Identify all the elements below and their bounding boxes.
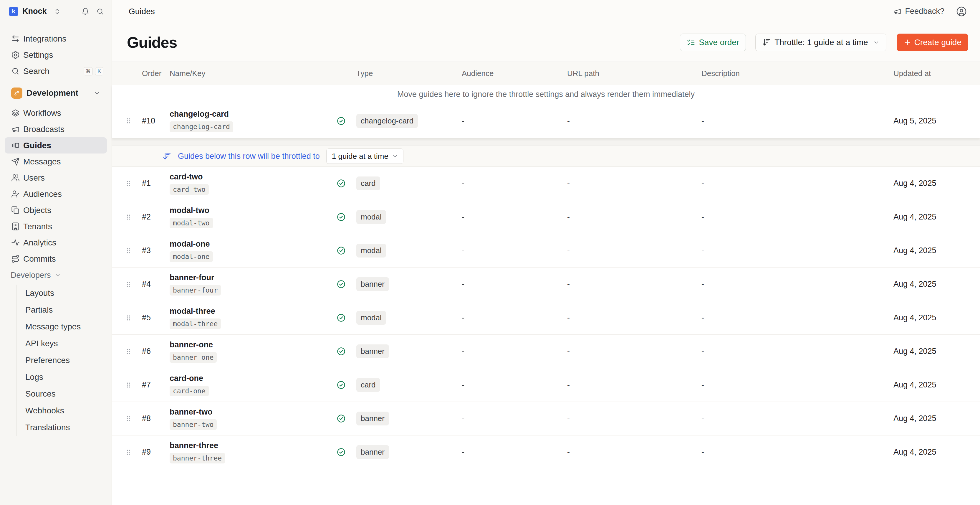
sort-descending-icon	[162, 152, 171, 161]
sidebar-item[interactable]: Tenants	[5, 218, 107, 234]
developers-sub-item[interactable]: Partials	[16, 301, 111, 318]
search-icon[interactable]	[96, 8, 104, 15]
sidebar-item[interactable]: Objects	[5, 202, 107, 218]
drag-handle[interactable]	[121, 117, 136, 124]
developers-sub-item[interactable]: Logs	[16, 369, 111, 386]
guide-status-cell	[332, 448, 350, 457]
developers-sub-item[interactable]: Message types	[16, 318, 111, 335]
drag-handle[interactable]	[121, 314, 136, 322]
guide-status-cell	[332, 313, 350, 322]
drag-handle[interactable]	[121, 180, 136, 187]
guide-type-cell: banner	[350, 277, 451, 291]
workspace-header: k Knock	[0, 0, 111, 23]
check-circle-icon	[337, 116, 346, 126]
developers-sub-item[interactable]: Translations	[16, 419, 111, 436]
guide-row[interactable]: #2 modal-two modal-two modal - - - Aug 4…	[112, 200, 980, 234]
developers-section-toggle[interactable]: Developers	[0, 267, 111, 284]
guide-audience: -	[451, 246, 557, 255]
column-order: Order	[136, 69, 167, 78]
environment-name: Development	[27, 88, 78, 98]
drag-handle[interactable]	[121, 449, 136, 456]
drag-handle[interactable]	[121, 281, 136, 288]
sidebar-item[interactable]: Guides	[5, 137, 107, 153]
guide-row[interactable]: #10 changelog-card changelog-card change…	[112, 104, 980, 138]
drag-handle[interactable]	[121, 348, 136, 355]
save-order-button[interactable]: Save order	[680, 33, 746, 51]
guide-row[interactable]: #5 modal-three modal-three modal - - - A…	[112, 301, 980, 335]
guide-name: banner-two	[170, 408, 332, 417]
feedback-button[interactable]: Feedback?	[893, 7, 944, 16]
sidebar-item-search[interactable]: Search ⌘ K	[5, 63, 107, 79]
workspace-switcher-icon[interactable]	[54, 8, 60, 15]
sidebar-item[interactable]: Analytics	[5, 234, 107, 251]
throttle-select[interactable]: 1 guide at a time	[326, 148, 403, 164]
drag-handle[interactable]	[121, 213, 136, 221]
developers-sub-item[interactable]: Preferences	[16, 352, 111, 369]
guide-row[interactable]: #8 banner-two banner-two banner - - - Au…	[112, 402, 980, 435]
check-circle-icon	[337, 179, 346, 188]
list-checks-icon	[687, 38, 695, 46]
chevron-down-icon	[392, 153, 398, 159]
guides-icon	[11, 141, 20, 150]
guide-row[interactable]: #4 banner-four banner-four banner - - - …	[112, 268, 980, 301]
drag-handle[interactable]	[121, 415, 136, 422]
sidebar-item-integrations[interactable]: Integrations	[5, 31, 107, 47]
throttle-divider-label: Guides below this row will be throttled …	[178, 152, 320, 161]
sidebar-item[interactable]: Audiences	[5, 186, 107, 202]
sidebar-item[interactable]: Users	[5, 170, 107, 186]
guide-url-path: -	[557, 179, 690, 188]
check-circle-icon	[337, 280, 346, 289]
guide-description: -	[690, 179, 878, 188]
guide-row[interactable]: #9 banner-three banner-three banner - - …	[112, 435, 980, 469]
sidebar-item[interactable]: Messages	[5, 153, 107, 170]
group-divider-gap	[112, 139, 980, 145]
route-icon	[11, 255, 20, 263]
developers-sub-item[interactable]: API keys	[16, 335, 111, 352]
sidebar-item-settings[interactable]: Settings	[5, 47, 107, 63]
guide-type-badge: banner	[356, 344, 389, 358]
guide-updated-at: Aug 4, 2025	[878, 246, 968, 255]
unthrottled-group: Move guides here to ignore the throttle …	[112, 85, 980, 139]
developers-sub-item[interactable]: Webhooks	[16, 402, 111, 419]
throttle-dropdown[interactable]: Throttle: 1 guide at a time	[755, 33, 886, 51]
guide-order: #8	[136, 414, 167, 423]
page-title: Guides	[127, 33, 177, 51]
guide-key: changelog-card	[170, 121, 233, 132]
developers-sub-item[interactable]: Sources	[16, 386, 111, 402]
guide-name: modal-three	[170, 307, 332, 316]
check-circle-icon	[337, 313, 346, 322]
guide-row[interactable]: #7 card-one card-one card - - - Aug 4, 2…	[112, 368, 980, 402]
chevron-down-icon	[54, 272, 61, 279]
drag-handle[interactable]	[121, 247, 136, 254]
guide-order: #10	[136, 116, 167, 126]
environment-switcher[interactable]: Development	[5, 84, 107, 102]
developers-sub-item[interactable]: Layouts	[16, 285, 111, 301]
guide-row[interactable]: #3 modal-one modal-one modal - - - Aug 4…	[112, 234, 980, 268]
integrations-icon	[11, 35, 20, 43]
guide-row[interactable]: #6 banner-one banner-one banner - - - Au…	[112, 335, 980, 368]
knock-logo[interactable]: k	[9, 7, 18, 16]
main-area: Guides Feedback? Guides Save order Throt…	[112, 0, 980, 505]
sidebar-item[interactable]: Workflows	[5, 105, 107, 121]
guide-status-cell	[332, 347, 350, 356]
guide-order: #6	[136, 347, 167, 356]
guide-key: banner-one	[170, 352, 217, 363]
sidebar: k Knock Integrations Settings Search ⌘ K	[0, 0, 112, 505]
avatar[interactable]	[956, 6, 967, 17]
sidebar-item[interactable]: Broadcasts	[5, 121, 107, 137]
guide-name-cell: banner-one banner-one	[167, 340, 332, 363]
guide-url-path: -	[557, 280, 690, 289]
drag-handle[interactable]	[121, 382, 136, 389]
sidebar-item[interactable]: Commits	[5, 251, 107, 267]
guide-url-path: -	[557, 313, 690, 322]
guide-name-cell: banner-two banner-two	[167, 408, 332, 430]
bell-icon[interactable]	[81, 8, 89, 15]
guide-description: -	[690, 347, 878, 356]
guide-name: modal-two	[170, 206, 332, 215]
create-guide-button[interactable]: Create guide	[897, 33, 968, 51]
building-icon	[11, 222, 20, 231]
guide-status-cell	[332, 381, 350, 390]
column-url-path: URL path	[557, 69, 690, 78]
guide-name: changelog-card	[170, 110, 332, 119]
guide-row[interactable]: #1 card-two card-two card - - - Aug 4, 2…	[112, 167, 980, 200]
